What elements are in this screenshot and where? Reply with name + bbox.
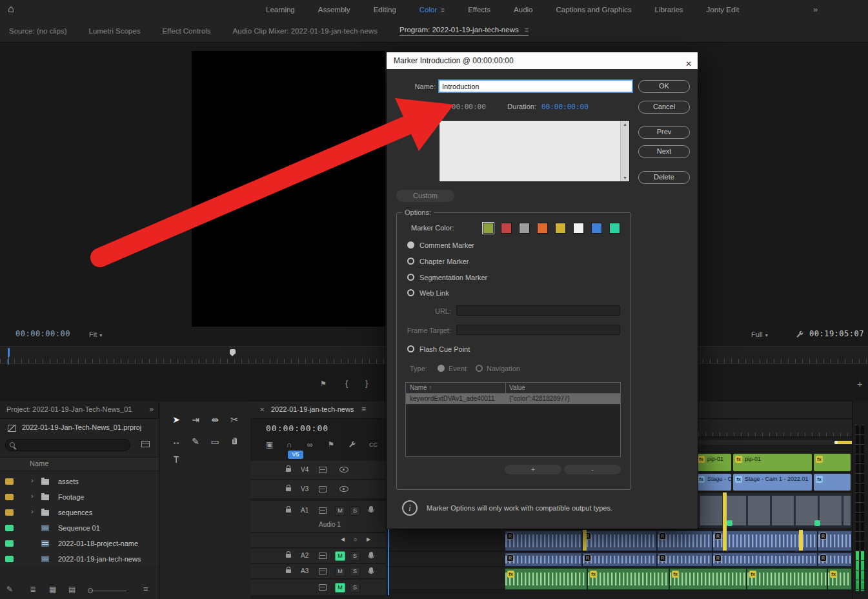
radio-chapter-marker[interactable] [407, 258, 414, 265]
workspace-tab-jonty-edit[interactable]: Jonty Edit [707, 6, 740, 14]
timeline-settings-wrench-icon[interactable] [348, 441, 356, 449]
workspace-tab-libraries[interactable]: Libraries [654, 6, 683, 14]
list-item-project-name[interactable]: 2022-01-18-project-name [0, 536, 159, 552]
radio-label[interactable]: Chapter Marker [419, 258, 469, 265]
fx-badge[interactable]: fx [672, 571, 679, 578]
razor-tool-icon[interactable]: ✂ [227, 412, 242, 427]
monitor-settings-wrench-icon[interactable] [796, 330, 804, 339]
comments-textarea[interactable]: ▲ ▼ [439, 120, 630, 182]
label-color-chip[interactable] [5, 509, 14, 516]
track-name[interactable]: Audio 1 [319, 521, 341, 528]
audio-clip[interactable]: R [505, 553, 582, 567]
solo-button[interactable]: S [350, 583, 360, 593]
next-keyframe-icon[interactable]: ▶ [367, 536, 370, 542]
type-tool-icon[interactable]: T [168, 452, 184, 467]
track-header-a3[interactable]: A3 M S [250, 564, 386, 579]
radio-web-link[interactable] [407, 289, 414, 296]
mute-button[interactable]: M [335, 567, 345, 576]
add-marker-button[interactable]: ⚑ [320, 380, 327, 388]
video-clip[interactable]: fx [814, 454, 851, 471]
cancel-button[interactable]: Cancel [638, 101, 690, 114]
audio-clip[interactable]: fx [587, 568, 669, 590]
add-marker-icon[interactable]: ⚑ [328, 440, 334, 449]
workspace-tab-color[interactable]: Color≡ [419, 6, 445, 14]
scroll-up-icon[interactable]: ▲ [621, 122, 629, 127]
next-button[interactable]: Next [638, 145, 690, 158]
list-item-assets[interactable]: › assets [0, 474, 159, 490]
linked-selection-icon[interactable]: ∞ [307, 440, 313, 449]
ok-button[interactable]: OK [638, 80, 690, 93]
marker-name-input[interactable] [439, 80, 632, 92]
sync-lock-icon[interactable] [319, 507, 327, 514]
track-header-v4[interactable]: V4 [250, 461, 386, 480]
fx-badge[interactable]: fx [830, 571, 837, 578]
tab-effect-controls[interactable]: Effect Controls [162, 27, 210, 35]
audio-clip[interactable]: R [657, 531, 712, 551]
workspace-menu-icon[interactable]: ≡ [441, 6, 445, 14]
url-input[interactable] [456, 305, 620, 316]
track-id[interactable]: A1 [301, 507, 308, 514]
voiceover-mic-icon[interactable] [369, 506, 373, 512]
eye-icon[interactable] [339, 467, 348, 472]
color-swatch-gray[interactable] [519, 223, 530, 234]
lock-icon[interactable] [286, 487, 291, 491]
radio-comment-marker[interactable] [407, 241, 414, 249]
freeform-view-icon[interactable]: ▤ [68, 585, 76, 594]
list-item-footage[interactable]: › Footage [0, 489, 159, 505]
home-icon[interactable]: ⌂ [8, 3, 14, 15]
frame-target-input[interactable] [456, 325, 620, 335]
video-clip[interactable]: fx [814, 474, 851, 491]
project-panel-tab[interactable]: Project: 2022-01-19-Jan-Tech-News_01 [6, 405, 132, 413]
track-id[interactable]: A3 [301, 567, 308, 574]
label-color-chip[interactable] [5, 540, 14, 547]
lock-icon[interactable] [286, 569, 291, 573]
ripple-edit-tool-icon[interactable]: ⇹ [207, 412, 223, 427]
sync-lock-icon[interactable] [319, 568, 327, 574]
zoom-level-select[interactable]: Fit▾ [89, 330, 102, 338]
sync-lock-icon[interactable] [319, 486, 327, 492]
duration-value[interactable]: 00:00:00:00 [541, 103, 589, 111]
snap-icon[interactable]: ∩ [287, 440, 292, 449]
voiceover-mic-icon[interactable] [369, 552, 373, 558]
color-swatch-red[interactable] [501, 223, 512, 234]
track-header-a2[interactable]: A2 M S [250, 549, 386, 563]
audio-clip[interactable]: R [582, 531, 657, 551]
clip-marker[interactable] [799, 530, 803, 551]
tab-lumetri-scopes[interactable]: Lumetri Scopes [88, 27, 140, 35]
workspace-tab-editing[interactable]: Editing [374, 6, 396, 14]
column-header-name[interactable]: Name [30, 460, 48, 467]
project-file-name[interactable]: 2022-01-19-Jan-Tech-News_01.prproj [22, 423, 141, 431]
track-select-forward-tool-icon[interactable]: ⇥ [188, 412, 203, 427]
add-keyframe-icon[interactable]: ○ [354, 536, 357, 543]
zoom-slider-handle[interactable] [88, 588, 93, 593]
radio-label[interactable]: Flash Cue Point [419, 345, 470, 353]
pen-tool-icon[interactable]: ✎ [188, 434, 203, 449]
voiceover-mic-icon[interactable] [369, 567, 373, 573]
audio-clip[interactable]: R [657, 553, 712, 567]
monitor-playhead[interactable] [8, 348, 10, 357]
tab-audio-clip-mixer[interactable]: Audio Clip Mixer: 2022-01-19-jan-tech-ne… [233, 27, 378, 35]
prev-button[interactable]: Prev [638, 126, 690, 139]
close-icon[interactable]: ✕ [685, 56, 692, 72]
sync-lock-icon[interactable] [319, 553, 327, 559]
fx-badge[interactable]: fx [816, 456, 823, 463]
radio-segmentation-marker[interactable] [407, 274, 414, 281]
workspace-tab-learning[interactable]: Learning [266, 6, 295, 14]
dialog-title-bar[interactable]: Marker Introduction @ 00:00:00:00 ✕ [387, 52, 698, 69]
workspace-overflow-icon[interactable]: » [813, 5, 818, 14]
track-id[interactable]: V3 [301, 485, 308, 492]
work-area-handle[interactable] [834, 441, 838, 444]
mark-out-button[interactable]: } [365, 378, 368, 388]
disclosure-icon[interactable]: › [31, 492, 34, 500]
lock-icon[interactable] [286, 509, 291, 513]
radio-type-event[interactable] [438, 365, 445, 372]
radio-flash-cue-point[interactable] [407, 345, 414, 352]
sync-lock-icon[interactable] [319, 467, 327, 473]
fx-badge[interactable]: fx [698, 476, 705, 483]
label-color-chip[interactable] [5, 494, 14, 500]
disclosure-icon[interactable]: › [31, 507, 34, 515]
delete-button[interactable]: Delete [638, 171, 690, 184]
slip-tool-icon[interactable]: ↔ [168, 434, 184, 449]
mute-button[interactable]: M [335, 551, 345, 561]
comments-scrollbar[interactable]: ▲ ▼ [620, 121, 629, 181]
